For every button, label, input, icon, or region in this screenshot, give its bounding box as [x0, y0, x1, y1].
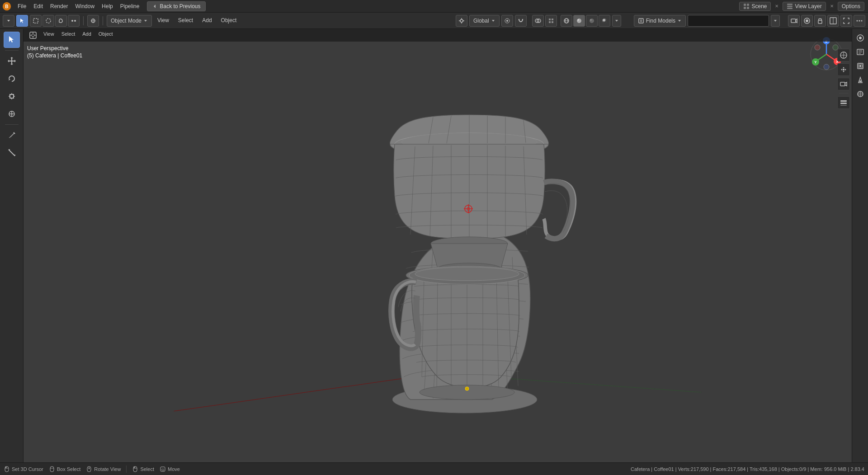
transform-icon-btn[interactable]: [456, 15, 467, 27]
cursor-tool-btn[interactable]: [87, 15, 99, 27]
select-box-tool[interactable]: [4, 32, 20, 48]
svg-text:B: B: [5, 4, 8, 9]
viewport-lock-btn[interactable]: [814, 15, 826, 27]
menu-window[interactable]: Window: [72, 2, 98, 11]
find-models-button[interactable]: Find Models: [634, 15, 686, 27]
box-select-icon[interactable]: [30, 15, 42, 27]
pan-btn[interactable]: [837, 63, 850, 76]
grid-icon: [548, 18, 554, 24]
view-render-btn[interactable]: [801, 15, 813, 27]
svg-point-163: [859, 80, 861, 82]
svg-rect-8: [787, 5, 793, 7]
transform-label: Global: [473, 18, 489, 24]
world-props-icon: [856, 90, 864, 98]
viewport-select-menu[interactable]: Select: [175, 16, 197, 26]
back-to-previous-button[interactable]: Back to Previous: [147, 1, 205, 11]
menu-render[interactable]: Render: [47, 2, 71, 11]
find-models-group: Global: [456, 15, 621, 27]
editor-split-btn[interactable]: [827, 15, 839, 27]
svg-point-41: [590, 19, 594, 23]
svg-point-13: [46, 19, 51, 23]
view-layer-props-icon: [856, 62, 864, 70]
annotate-icon: [7, 130, 17, 140]
transform-tool[interactable]: [4, 106, 20, 122]
object-mode-dropdown[interactable]: Object Mode: [107, 15, 152, 27]
camera-view-btn[interactable]: [837, 78, 850, 90]
rendered-shading-btn[interactable]: [599, 15, 610, 27]
material-shading-btn[interactable]: [586, 15, 598, 27]
fullscreen-icon: [843, 17, 850, 24]
wireframe-shading-btn[interactable]: [561, 15, 572, 27]
annotate-tool[interactable]: [4, 127, 20, 143]
svg-rect-170: [89, 467, 90, 469]
svg-rect-4: [747, 4, 749, 6]
svg-rect-70: [10, 94, 14, 98]
transform-dropdown[interactable]: Global: [469, 15, 500, 27]
scene-close-button[interactable]: ✕: [773, 2, 781, 10]
view-camera-btn[interactable]: [788, 15, 800, 27]
bottom-status-bar: Set 3D Cursor Box Select Rotate View Sel…: [0, 462, 868, 475]
scene-properties-btn[interactable]: [854, 74, 867, 86]
lasso-select-icon[interactable]: [55, 15, 67, 27]
status-rotate-item: Rotate View: [86, 466, 121, 472]
view-layer-properties-btn[interactable]: [854, 60, 867, 72]
editor-type-icon[interactable]: [27, 29, 39, 41]
search-arrow-icon: [773, 19, 778, 23]
gizmo-arrow-icon: [614, 19, 619, 23]
3d-viewport[interactable]: View Select Add Object User Perspective …: [24, 29, 852, 462]
world-properties-btn[interactable]: [854, 88, 867, 100]
status-info-text: Cafetera | Coffee01 | Verts:217,590 | Fa…: [631, 466, 864, 472]
svg-marker-65: [10, 57, 13, 58]
header-left: B File Edit Render Window Help Pipeline …: [0, 1, 208, 11]
svg-rect-9: [787, 8, 793, 9]
pivot-btn[interactable]: [501, 15, 513, 27]
options-button[interactable]: Options: [838, 2, 864, 11]
lasso-select-tool-icon: [58, 18, 64, 24]
tool-icons-group: [30, 15, 80, 27]
move-tool[interactable]: [4, 53, 20, 69]
view-layer-close-button[interactable]: ✕: [828, 2, 836, 10]
vp-object-menu[interactable]: Object: [96, 30, 116, 40]
viewport-object-menu[interactable]: Object: [217, 16, 241, 26]
vp-select-menu[interactable]: Select: [59, 30, 78, 40]
tweak-select-icon[interactable]: [68, 15, 80, 27]
circle-select-icon[interactable]: [42, 15, 54, 27]
find-models-search-input[interactable]: [688, 15, 769, 27]
tool-selector-button[interactable]: [3, 15, 14, 27]
pan-view-icon: [840, 66, 848, 74]
select-box-icon: [7, 35, 17, 45]
status-move-item: G Move: [160, 466, 180, 472]
menu-pipeline[interactable]: Pipeline: [117, 2, 143, 11]
vp-view-menu[interactable]: View: [41, 30, 57, 40]
collection-view-btn[interactable]: [837, 96, 850, 109]
svg-marker-53: [796, 19, 797, 23]
tool-separator-1: [5, 50, 19, 51]
svg-marker-67: [8, 60, 9, 62]
output-properties-btn[interactable]: [854, 46, 867, 58]
scale-tool[interactable]: [4, 88, 20, 104]
menu-edit[interactable]: Edit: [30, 2, 46, 11]
find-models-arrow-btn[interactable]: [771, 15, 780, 27]
svg-marker-50: [678, 20, 681, 22]
view-layer-selector[interactable]: View Layer: [783, 2, 826, 11]
solid-shading-btn[interactable]: [573, 15, 585, 27]
snap-btn[interactable]: [515, 15, 527, 27]
viewport-view-menu[interactable]: View: [154, 16, 173, 26]
grid-icon-btn[interactable]: [545, 15, 557, 27]
rotate-tool[interactable]: [4, 71, 20, 87]
render-properties-btn[interactable]: [854, 32, 867, 44]
editor-extra-btn[interactable]: [854, 15, 865, 27]
editor-fullscreen-btn[interactable]: [840, 15, 852, 27]
vp-add-menu[interactable]: Add: [80, 30, 94, 40]
measure-tool[interactable]: [4, 145, 20, 161]
dropdown-arrow-icon: [143, 19, 148, 23]
gizmo-dropdown-btn[interactable]: [612, 15, 621, 27]
select-tool-button[interactable]: [16, 15, 28, 27]
zoom-in-btn[interactable]: [837, 49, 850, 61]
3d-editor-icon: [29, 31, 37, 39]
menu-help[interactable]: Help: [99, 2, 116, 11]
menu-file[interactable]: File: [14, 2, 29, 11]
viewport-add-menu[interactable]: Add: [198, 16, 215, 26]
scene-selector[interactable]: Scene: [739, 2, 771, 11]
overlay-icon-btn[interactable]: [532, 15, 544, 27]
